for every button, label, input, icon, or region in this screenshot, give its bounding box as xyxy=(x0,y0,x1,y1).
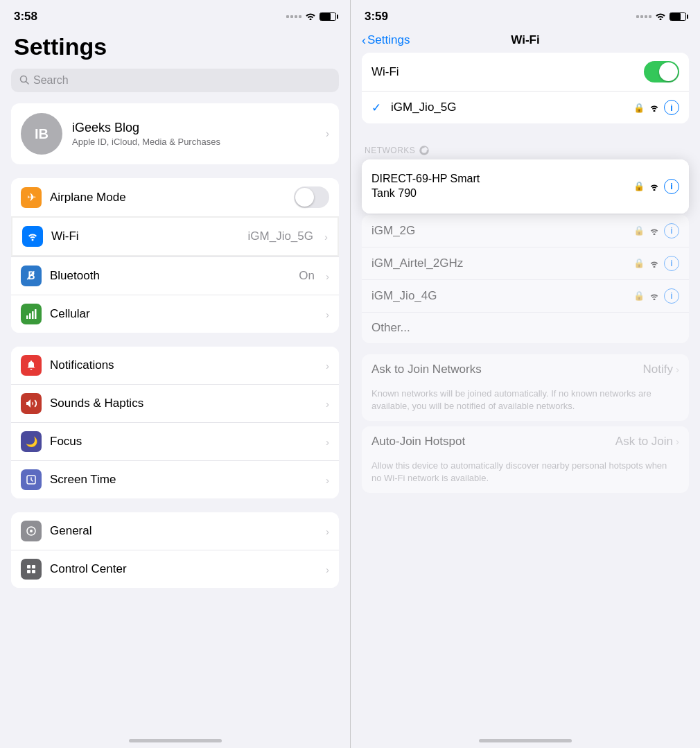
network-name-airtel: iGM_Airtel_2GHz xyxy=(371,256,627,270)
wifi-status-icon xyxy=(305,12,316,22)
battery-icon-right xyxy=(670,12,686,21)
search-placeholder: Search xyxy=(33,74,69,87)
lock-icon: 🔒 xyxy=(633,103,645,113)
profile-subtitle: Apple ID, iCloud, Media & Purchases xyxy=(72,137,316,147)
info-button-airtel[interactable]: i xyxy=(664,256,679,271)
profile-chevron: › xyxy=(326,128,329,140)
wifi-label: Wi-Fi xyxy=(51,229,240,243)
airplane-icon-wrap: ✈ xyxy=(21,187,42,208)
status-icons-right xyxy=(636,10,686,23)
checkmark-icon: ✓ xyxy=(371,101,384,115)
wifi-chevron: › xyxy=(324,231,328,243)
networks-header: NETWORKS xyxy=(351,134,700,159)
home-indicator-right xyxy=(479,739,572,742)
status-bar-left: 3:58 xyxy=(0,0,350,28)
svg-rect-11 xyxy=(27,570,30,573)
wifi-toggle[interactable] xyxy=(644,61,679,82)
highlighted-network-row[interactable]: DIRECT-69-HP SmartTank 790 🔒 i xyxy=(362,159,689,214)
auto-join-label: Auto-Join Hotspot xyxy=(371,435,615,449)
auto-join-value: Ask to Join xyxy=(615,435,673,449)
highlighted-network-section[interactable]: DIRECT-69-HP SmartTank 790 🔒 i xyxy=(362,159,689,214)
settings-row-airplane[interactable]: ✈ Airplane Mode xyxy=(11,178,339,216)
wifi-signal-airtel xyxy=(649,259,660,268)
svg-line-1 xyxy=(26,81,29,84)
lock-icon-direct: 🔒 xyxy=(633,181,645,191)
back-button[interactable]: ‹ Settings xyxy=(362,33,410,48)
svg-rect-9 xyxy=(27,565,30,568)
network-icons-airtel: 🔒 i xyxy=(633,256,679,271)
wifi-signal-jio4g xyxy=(649,292,660,300)
settings-row-screentime[interactable]: Screen Time › xyxy=(11,460,339,498)
settings-row-wifi[interactable]: Wi-Fi iGM_Jio_5G › xyxy=(11,216,339,256)
ask-join-row[interactable]: Ask to Join Networks Notify › xyxy=(362,354,689,385)
connected-network-icons: 🔒 i xyxy=(633,100,679,115)
info-button-direct[interactable]: i xyxy=(664,179,679,194)
info-button-jio4g[interactable]: i xyxy=(664,288,679,304)
screentime-chevron: › xyxy=(326,474,329,486)
ask-join-label: Ask to Join Networks xyxy=(371,363,643,376)
wifi-signal-igm2g xyxy=(649,227,660,235)
connected-network-name: iGM_Jio_5G xyxy=(391,101,627,114)
auto-join-row[interactable]: Auto-Join Hotspot Ask to Join › xyxy=(362,426,689,457)
connected-network-row[interactable]: ✓ iGM_Jio_5G 🔒 i xyxy=(362,91,689,123)
bluetooth-label: Bluetooth xyxy=(50,269,290,283)
bluetooth-chevron: › xyxy=(326,270,329,282)
settings-row-focus[interactable]: 🌙 Focus › xyxy=(11,422,339,460)
profile-row[interactable]: IB iGeeks Blog Apple ID, iCloud, Media &… xyxy=(11,103,339,164)
system-group: General › Control Center › xyxy=(11,512,339,588)
signal-icon xyxy=(286,15,301,18)
settings-row-sounds[interactable]: Sounds & Haptics › xyxy=(11,384,339,422)
settings-row-controlcenter[interactable]: Control Center › xyxy=(11,550,339,588)
settings-row-cellular[interactable]: Cellular › xyxy=(11,295,339,333)
network-name-other: Other... xyxy=(371,321,679,335)
sounds-icon-wrap xyxy=(21,393,42,414)
cellular-label: Cellular xyxy=(50,307,317,321)
screentime-label: Screen Time xyxy=(50,473,317,487)
bluetooth-value: On xyxy=(299,269,315,283)
network-row-airtel[interactable]: iGM_Airtel_2GHz 🔒 i xyxy=(362,247,689,279)
signal-icon-right xyxy=(636,15,651,18)
ask-join-value: Notify xyxy=(643,363,673,376)
svg-rect-3 xyxy=(29,313,31,319)
svg-rect-10 xyxy=(32,565,35,568)
notifications-label: Notifications xyxy=(50,358,317,372)
network-row-other[interactable]: Other... xyxy=(362,312,689,343)
svg-rect-2 xyxy=(26,315,28,319)
notifications-chevron: › xyxy=(326,360,329,372)
wifi-toggle-row[interactable]: Wi-Fi xyxy=(362,53,689,91)
network-name-igm2g: iGM_2G xyxy=(371,224,627,238)
battery-icon xyxy=(320,12,336,21)
ask-join-desc: Known networks will be joined automatica… xyxy=(362,385,689,421)
left-panel: 3:58 Settings Search IB xyxy=(0,0,350,748)
airplane-toggle[interactable] xyxy=(294,186,329,208)
avatar: IB xyxy=(21,113,62,155)
auto-join-chevron: › xyxy=(676,435,679,447)
network-row-igm2g[interactable]: iGM_2G 🔒 i xyxy=(362,215,689,247)
info-button-igm2g[interactable]: i xyxy=(664,223,679,238)
search-icon xyxy=(19,75,29,87)
network-row-jio4g[interactable]: iGM_Jio_4G 🔒 i xyxy=(362,279,689,312)
svg-rect-5 xyxy=(35,309,37,319)
search-bar[interactable]: Search xyxy=(11,69,339,92)
highlighted-network-icons: 🔒 i xyxy=(633,179,679,194)
sounds-label: Sounds & Haptics xyxy=(50,397,317,410)
info-button-connected[interactable]: i xyxy=(664,100,679,115)
settings-row-notifications[interactable]: Notifications › xyxy=(11,347,339,384)
apps-group: Notifications › Sounds & Haptics › 🌙 Foc… xyxy=(11,347,339,498)
ask-join-chevron: › xyxy=(676,363,679,375)
settings-row-general[interactable]: General › xyxy=(11,512,339,550)
nav-title: Wi-Fi xyxy=(511,33,539,47)
wifi-icon-wrap xyxy=(22,226,43,247)
time-left: 3:58 xyxy=(14,10,37,24)
profile-name: iGeeks Blog xyxy=(72,121,316,135)
wifi-main-section: Wi-Fi ✓ iGM_Jio_5G 🔒 i xyxy=(362,53,689,123)
svg-rect-4 xyxy=(32,311,34,319)
cellular-icon-wrap xyxy=(21,304,42,324)
home-indicator-left xyxy=(129,739,222,742)
nav-bar: ‹ Settings Wi-Fi xyxy=(351,28,700,53)
cellular-chevron: › xyxy=(326,308,329,320)
other-networks-section: iGM_2G 🔒 i iGM_Airtel_2GHz 🔒 i iGM_Jio_4… xyxy=(362,215,689,343)
auto-join-section: Auto-Join Hotspot Ask to Join › Allow th… xyxy=(362,426,689,493)
general-chevron: › xyxy=(326,525,329,537)
settings-row-bluetooth[interactable]: B̸ Bluetooth On › xyxy=(11,256,339,295)
